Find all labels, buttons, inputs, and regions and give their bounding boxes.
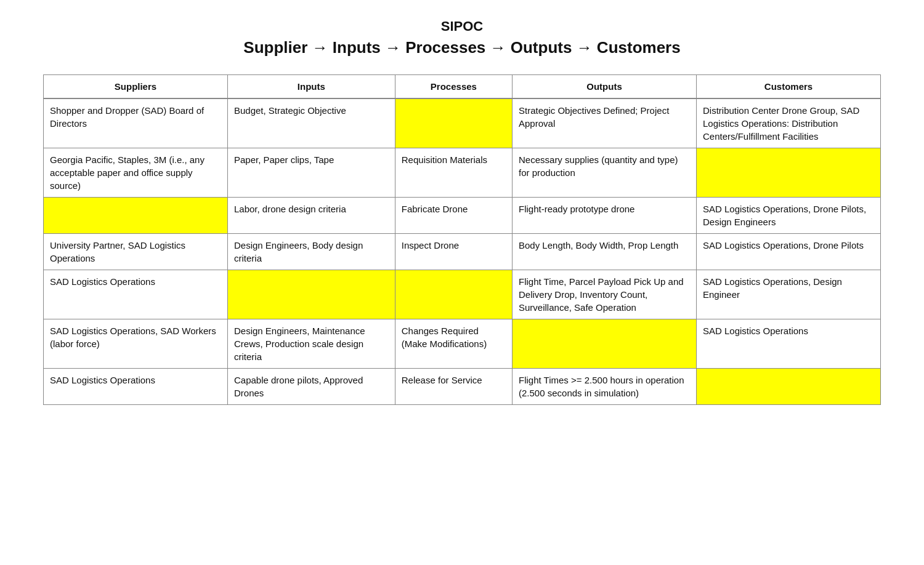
row-6-supplier: SAD Logistics Operations (44, 369, 228, 405)
row-5-input: Design Engineers, Maintenance Crews, Pro… (227, 319, 395, 369)
row-5-output (513, 319, 697, 369)
row-0-output: Strategic Objectives Defined; Project Ap… (513, 98, 697, 148)
row-0-customer: Distribution Center Drone Group, SAD Log… (696, 98, 880, 148)
sipoc-table: Suppliers Inputs Processes Outputs Custo… (43, 74, 881, 405)
row-6-input: Capable drone pilots, Approved Drones (227, 369, 395, 405)
row-6-customer (696, 369, 880, 405)
row-1-customer (696, 148, 880, 198)
row-4-supplier: SAD Logistics Operations (44, 270, 228, 319)
row-3-customer: SAD Logistics Operations, Drone Pilots (696, 234, 880, 270)
row-1-input: Paper, Paper clips, Tape (227, 148, 395, 198)
page-title: SIPOC (441, 18, 483, 34)
row-2-process: Fabricate Drone (395, 198, 512, 234)
row-2-output: Flight-ready prototype drone (513, 198, 697, 234)
row-3-supplier: University Partner, SAD Logistics Operat… (44, 234, 228, 270)
row-0-input: Budget, Strategic Objective (227, 98, 395, 148)
row-1-output: Necessary supplies (quantity and type) f… (513, 148, 697, 198)
row-5-process: Changes Required (Make Modifications) (395, 319, 512, 369)
subtitle: Supplier → Inputs → Processes → Outputs … (243, 38, 680, 57)
row-5-supplier: SAD Logistics Operations, SAD Workers (l… (44, 319, 228, 369)
row-3-process: Inspect Drone (395, 234, 512, 270)
row-0-supplier: Shopper and Dropper (SAD) Board of Direc… (44, 98, 228, 148)
header-outputs: Outputs (513, 75, 697, 99)
row-4-input (227, 270, 395, 319)
row-4-output: Flight Time, Parcel Payload Pick Up and … (513, 270, 697, 319)
row-2-supplier (44, 198, 228, 234)
row-1-supplier: Georgia Pacific, Staples, 3M (i.e., any … (44, 148, 228, 198)
row-3-input: Design Engineers, Body design criteria (227, 234, 395, 270)
row-6-process: Release for Service (395, 369, 512, 405)
row-4-process (395, 270, 512, 319)
row-2-customer: SAD Logistics Operations, Drone Pilots, … (696, 198, 880, 234)
row-6-output: Flight Times >= 2.500 hours in operation… (513, 369, 697, 405)
header-suppliers: Suppliers (44, 75, 228, 99)
row-3-output: Body Length, Body Width, Prop Length (513, 234, 697, 270)
header-inputs: Inputs (227, 75, 395, 99)
row-1-process: Requisition Materials (395, 148, 512, 198)
row-0-process (395, 98, 512, 148)
row-4-customer: SAD Logistics Operations, Design Enginee… (696, 270, 880, 319)
row-5-customer: SAD Logistics Operations (696, 319, 880, 369)
header-processes: Processes (395, 75, 512, 99)
header-customers: Customers (696, 75, 880, 99)
row-2-input: Labor, drone design criteria (227, 198, 395, 234)
